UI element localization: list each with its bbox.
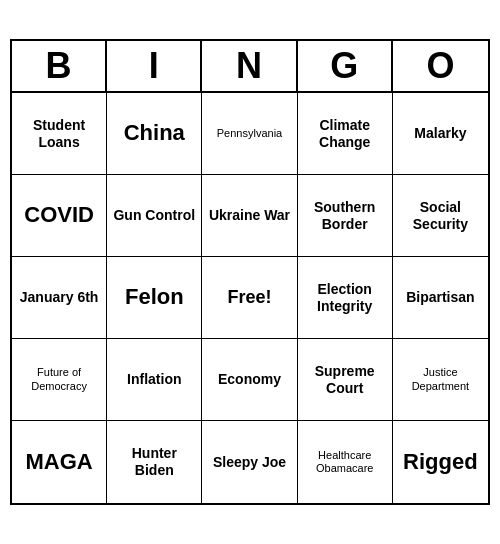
bingo-cell: Election Integrity [298, 257, 393, 339]
bingo-cell: Rigged [393, 421, 488, 503]
bingo-header: BINGO [12, 41, 488, 93]
bingo-cell: Pennsylvania [202, 93, 297, 175]
bingo-cell: Hunter Biden [107, 421, 202, 503]
bingo-letter: G [298, 41, 393, 91]
bingo-card: BINGO Student LoansChinaPennsylvaniaClim… [10, 39, 490, 505]
bingo-cell: Healthcare Obamacare [298, 421, 393, 503]
bingo-cell: Sleepy Joe [202, 421, 297, 503]
bingo-cell: Social Security [393, 175, 488, 257]
bingo-cell: MAGA [12, 421, 107, 503]
bingo-cell: Justice Department [393, 339, 488, 421]
bingo-letter: O [393, 41, 488, 91]
bingo-cell: China [107, 93, 202, 175]
bingo-cell: Gun Control [107, 175, 202, 257]
bingo-cell: Inflation [107, 339, 202, 421]
bingo-cell: Supreme Court [298, 339, 393, 421]
bingo-cell: Southern Border [298, 175, 393, 257]
bingo-cell: Free! [202, 257, 297, 339]
bingo-letter: B [12, 41, 107, 91]
bingo-grid: Student LoansChinaPennsylvaniaClimate Ch… [12, 93, 488, 503]
bingo-cell: Malarky [393, 93, 488, 175]
bingo-cell: Student Loans [12, 93, 107, 175]
bingo-cell: Ukraine War [202, 175, 297, 257]
bingo-cell: Climate Change [298, 93, 393, 175]
bingo-cell: COVID [12, 175, 107, 257]
bingo-cell: January 6th [12, 257, 107, 339]
bingo-letter: N [202, 41, 297, 91]
bingo-letter: I [107, 41, 202, 91]
bingo-cell: Bipartisan [393, 257, 488, 339]
bingo-cell: Future of Democracy [12, 339, 107, 421]
bingo-cell: Economy [202, 339, 297, 421]
bingo-cell: Felon [107, 257, 202, 339]
